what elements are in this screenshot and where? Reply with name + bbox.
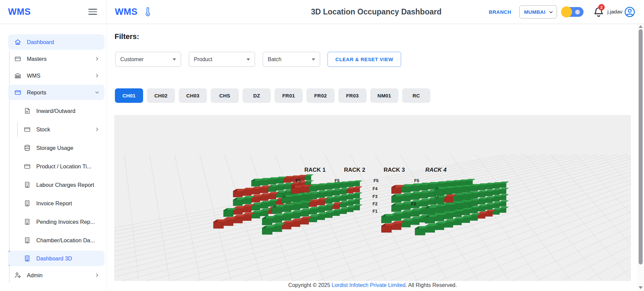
chamber-button-chs[interactable]: CHS <box>211 88 239 103</box>
page-title: 3D Location Occupancy Dashboard <box>311 7 442 16</box>
floor-label: F5 <box>296 178 301 183</box>
sidebar-item-product-location[interactable]: Product / Location Ti... <box>8 159 104 174</box>
branch-label: BRANCH <box>489 9 511 15</box>
sidebar-header: WMS <box>0 0 107 24</box>
theme-toggle[interactable] <box>561 6 584 17</box>
database-icon <box>24 144 31 152</box>
sidebar-item-label: Chamber/Location Da... <box>36 237 95 244</box>
branch-select[interactable]: MUMBAI <box>519 5 557 18</box>
chevron-down-icon <box>549 10 553 14</box>
chamber-button-fr03[interactable]: FR03 <box>338 88 367 103</box>
card-icon <box>14 55 22 63</box>
chamber-button-fr02[interactable]: FR02 <box>306 88 335 103</box>
sidebar-item-storage-usage[interactable]: Storage Usage <box>8 140 104 156</box>
footer-copyright: Copyright © 2025 Lordist Infotech Privat… <box>114 282 631 288</box>
sidebar-item-invoice-report[interactable]: Invoice Report <box>8 196 104 211</box>
branch-select-value: MUMBAI <box>524 9 546 15</box>
floor-label: F2 <box>373 202 378 206</box>
rack-label-2: RACK 2 <box>344 167 365 173</box>
sidebar-item-admin[interactable]: Admin <box>8 267 104 283</box>
chamber-button-nm01[interactable]: NM01 <box>370 88 398 103</box>
clear-reset-view-button[interactable]: CLEAR & RESET VIEW <box>328 52 401 67</box>
document-icon <box>24 107 31 115</box>
notification-badge: 2 <box>598 4 605 10</box>
floor-label: F5 <box>414 178 419 183</box>
app-logo-group: WMS <box>115 0 152 24</box>
username-label: j.jadav <box>607 9 622 15</box>
batch-filter-select[interactable]: Batch <box>263 52 320 67</box>
sidebar-item-label: Reports <box>27 89 46 96</box>
occupancy-3d-canvas[interactable]: RACK 1 RACK 2 RACK 3 RACK 4 F5 F5 F5 F4 … <box>114 115 631 281</box>
sidebar-item-wms[interactable]: WMS <box>8 68 104 83</box>
toggle-sun-thumb <box>561 6 572 17</box>
sidebar-item-label: Product / Location Ti... <box>36 163 91 170</box>
customer-select-value: Customer <box>120 56 143 63</box>
admin-user-gear-icon <box>14 272 22 279</box>
building-icon <box>24 237 31 244</box>
sidebar-item-labour-charges[interactable]: Labour Charges Report <box>8 177 104 193</box>
sidebar-item-dashboard[interactable]: Dashboard <box>8 34 104 50</box>
sidebar-item-inward-outward[interactable]: Inward/Outward <box>8 103 104 119</box>
chevron-down-icon <box>94 90 100 95</box>
building-icon <box>24 218 31 225</box>
card-icon <box>24 126 31 133</box>
sidebar-item-chamber-location[interactable]: Chamber/Location Da... <box>8 233 104 248</box>
dropdown-caret-icon <box>247 58 250 60</box>
sidebar-item-label: Dashboard <box>27 39 54 45</box>
sidebar-item-label: WMS <box>27 73 40 79</box>
floor-label: F1 <box>373 209 378 214</box>
sidebar-item-label: Stock <box>36 126 50 133</box>
wms-logo: WMS <box>8 7 31 17</box>
customer-filter-select[interactable]: Customer <box>115 52 181 67</box>
wms-app-logo: WMS <box>115 7 137 17</box>
scrollbar-thumb[interactable] <box>639 29 643 264</box>
building-icon <box>24 200 31 207</box>
floor-label: F3 <box>373 194 378 199</box>
notifications-bell[interactable]: 2 <box>593 6 605 18</box>
floor-label: F5 <box>374 178 379 183</box>
batch-select-value: Batch <box>268 56 282 63</box>
sidebar-item-reports[interactable]: Reports <box>8 85 104 100</box>
chevron-right-icon <box>94 56 100 61</box>
hamburger-menu-icon[interactable] <box>88 7 97 16</box>
warehouse-icon <box>14 72 22 79</box>
sidebar-item-label: Storage Usage <box>36 145 73 151</box>
chamber-button-dz[interactable]: DZ <box>243 88 271 103</box>
building-icon <box>24 181 31 189</box>
floor-label: F4 <box>373 186 378 191</box>
filters-heading: Filters: <box>115 32 139 41</box>
company-link[interactable]: Lordist Infotech Private Limited <box>332 282 405 288</box>
copyright-suffix: . All Rights Reserved. <box>405 282 457 288</box>
chamber-button-ch02[interactable]: CH02 <box>147 88 175 103</box>
floor-label: F5 <box>335 178 340 183</box>
main-content: Filters: Customer Product Batch CLEAR & … <box>107 24 644 291</box>
page-scrollbar[interactable] <box>637 24 644 291</box>
product-select-value: Product <box>194 56 212 63</box>
thermometer-icon[interactable] <box>143 7 152 17</box>
sidebar-item-label: Masters <box>27 56 47 62</box>
user-avatar-icon[interactable] <box>624 6 635 17</box>
product-filter-select[interactable]: Product <box>189 52 255 67</box>
scrollbar-down-arrow[interactable] <box>639 286 643 289</box>
sidebar-item-pending-invoices[interactable]: Pending Invoices Rep... <box>8 214 104 230</box>
sidebar-item-masters[interactable]: Masters <box>8 51 104 67</box>
home-icon <box>14 38 22 46</box>
wms-app: WMS WMS 3D Location Occupancy Dashboard … <box>0 0 644 291</box>
chevron-right-icon <box>94 127 100 132</box>
scrollbar-up-arrow[interactable] <box>639 25 643 28</box>
chamber-button-fr01[interactable]: FR01 <box>274 88 303 103</box>
toggle-knob <box>575 10 580 14</box>
sidebar-nav: Dashboard Masters WMS <box>0 24 107 291</box>
sidebar-item-dashboard-3d[interactable]: Dashboard 3D <box>8 251 104 266</box>
sidebar-item-label: Invoice Report <box>36 200 72 207</box>
chamber-button-ch03[interactable]: CH03 <box>179 88 207 103</box>
sidebar-item-label: Pending Invoices Rep... <box>36 219 95 225</box>
sidebar-item-stock[interactable]: Stock <box>8 122 104 137</box>
chamber-button-ch01[interactable]: CH01 <box>115 88 143 103</box>
sidebar-item-label: Labour Charges Report <box>36 182 94 188</box>
chamber-button-rc[interactable]: RC <box>402 88 430 103</box>
floor-label: F2 <box>411 202 416 206</box>
card-icon <box>14 89 22 96</box>
card-icon <box>24 163 31 170</box>
rack-label-4: RACK 4 <box>425 167 446 173</box>
